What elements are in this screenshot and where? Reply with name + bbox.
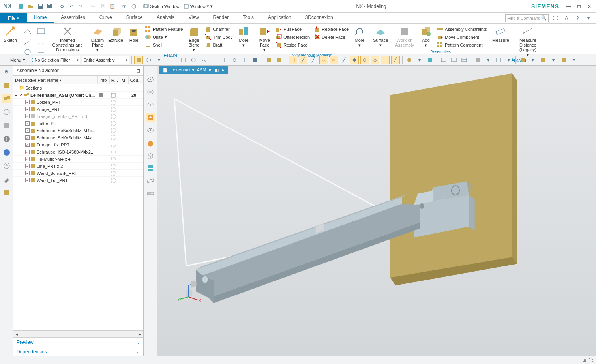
replace-face-button[interactable]: Replace Face (312, 25, 350, 33)
tree-row[interactable]: ✓ Schraube_ISO-14580-M4x2... (13, 148, 143, 156)
rail-constraint-nav-icon[interactable] (2, 107, 11, 117)
pattern-component-button[interactable]: Pattern Component (435, 41, 488, 49)
tree-row[interactable]: ✓ Zunge_PRT (13, 106, 143, 113)
maximize-button[interactable]: ◻ (575, 3, 583, 10)
render-style-icon[interactable]: ▾ (504, 56, 513, 64)
snap-icon[interactable]: ╱ (391, 56, 400, 64)
toolbar-icon[interactable] (539, 56, 547, 64)
menu-button[interactable]: ☰ Menu ▾ (2, 56, 28, 64)
toolbar-icon[interactable]: ▾ (529, 56, 537, 64)
checkbox[interactable]: ✓ (25, 121, 30, 126)
datum-plane-button[interactable]: Datum Plane▾ (89, 24, 106, 53)
tab-home[interactable]: Home (27, 13, 54, 23)
checkbox[interactable]: ✓ (25, 135, 30, 140)
checkbox[interactable]: ✓ (25, 164, 30, 168)
fullscreen-icon[interactable]: ⛶ (551, 14, 560, 23)
cut-icon[interactable]: ✂ (89, 2, 97, 11)
checkbox[interactable]: ✓ (25, 150, 30, 154)
tree-row[interactable]: ✓ Bolzen_PRT (13, 99, 143, 106)
measure-rail-icon[interactable] (146, 176, 155, 186)
help-icon[interactable]: ? (573, 14, 582, 23)
rail-web-icon[interactable] (2, 148, 11, 157)
visibility-icon[interactable]: 👁 (120, 2, 129, 11)
toolbar-icon[interactable]: ▾ (570, 56, 578, 64)
filter-icon-2[interactable] (144, 56, 153, 64)
orient-icon[interactable] (146, 113, 155, 122)
dependencies-section[interactable]: Dependencies⌄ (13, 347, 143, 356)
snap-center-icon[interactable]: ⊙ (360, 56, 369, 64)
render-style-icon[interactable]: ▾ (484, 56, 493, 64)
tab-tools[interactable]: Tools (236, 13, 261, 23)
collapse-ribbon-icon[interactable]: ᐱ (562, 14, 571, 23)
tree-row[interactable]: ✓ Hu-Mutter-M4 x 4 (13, 156, 143, 163)
rail-roles-icon[interactable] (2, 188, 11, 197)
tree-row[interactable]: ✓ Wand_Tür_PRT (13, 177, 143, 184)
navigator-tree[interactable]: 📁Sections –✓Leinenhalter_ASM (Order: Ch.… (13, 84, 143, 330)
checkbox[interactable]: ✓ (25, 157, 30, 161)
surface-button[interactable]: Surface▾ (372, 24, 389, 48)
toolbar-icon[interactable] (405, 56, 414, 64)
extrude-button[interactable]: Extrude (107, 24, 124, 43)
toolbar-icon[interactable]: ⊙ (230, 56, 239, 64)
rail-tools-icon[interactable] (2, 174, 11, 184)
toolbar-icon[interactable] (169, 56, 177, 64)
new-icon[interactable] (17, 2, 26, 11)
tab-application[interactable]: Application (261, 13, 298, 23)
close-button[interactable]: ✕ (586, 3, 593, 10)
minimize-button[interactable]: — (565, 3, 572, 10)
preview-section[interactable]: Preview⌄ (13, 337, 143, 347)
tree-row[interactable]: ✓ Schraube_SeKoSchlitz_M4x... (13, 127, 143, 134)
toolbar-icon[interactable]: ▾ (415, 56, 424, 64)
checkbox[interactable]: ✓ (25, 100, 30, 104)
move-component-button[interactable]: Move Component (435, 33, 488, 41)
snap-icon[interactable]: ✱ (350, 56, 359, 64)
save-all-icon[interactable] (45, 2, 54, 11)
toolbar-icon[interactable] (518, 56, 527, 64)
offset-region-button[interactable]: Offset Region (274, 33, 311, 41)
display-icon[interactable] (439, 56, 448, 64)
inferred-constraints-button[interactable]: Inferred Constraints and Dimensions (50, 24, 85, 53)
render-style-icon[interactable] (494, 56, 503, 64)
toolbar-icon[interactable] (240, 56, 249, 64)
toolbar-icon[interactable] (559, 56, 568, 64)
selection-scope-combo[interactable]: Entire Assembly (82, 56, 129, 64)
tab-curve[interactable]: Curve (92, 13, 119, 23)
snap-end-icon[interactable]: ╱ (299, 56, 307, 64)
snap-icon[interactable]: ╱ (340, 56, 349, 64)
display-icon[interactable] (450, 56, 458, 64)
snap-icon[interactable] (319, 56, 328, 64)
file-tab[interactable]: File ▾ (0, 13, 27, 23)
circle-tool[interactable] (21, 48, 34, 56)
unite-button[interactable]: Unite ▾ (143, 33, 184, 41)
tree-row[interactable]: ✓ Halter_PRT (13, 120, 143, 127)
status-icon[interactable]: ⊞ (583, 358, 586, 363)
tree-row[interactable]: ✓ Schraube_SeKoSchlitz_M4x... (13, 134, 143, 141)
pull-face-button[interactable]: Pull Face (274, 25, 311, 33)
col-r[interactable]: R... (110, 76, 120, 84)
show-hide-icon[interactable] (146, 126, 155, 135)
snap-quad-icon[interactable]: ◇ (371, 56, 379, 64)
window-dropdown[interactable]: Window ▾ ▾ (182, 4, 214, 9)
col-name[interactable]: Descriptive Part Name ▴ (13, 76, 98, 84)
ribbon-dropdown-icon[interactable]: ▾ (584, 14, 593, 23)
snap-icon[interactable] (289, 56, 297, 64)
feature-more-button[interactable]: More▾ (235, 24, 252, 48)
edge-blend-button[interactable]: Edge Blend▾ (185, 24, 202, 53)
hole-button[interactable]: Hole (125, 24, 142, 43)
rail-asm-nav-icon[interactable] (2, 94, 11, 103)
assembly-constraints-button[interactable]: Assembly Constraints (435, 25, 488, 33)
pattern-feature-button[interactable]: Pattern Feature (143, 25, 184, 33)
redo-icon[interactable]: ↷ (77, 2, 85, 11)
sync-more-button[interactable]: More▾ (351, 24, 368, 48)
rail-part-nav-icon[interactable] (2, 81, 11, 90)
navigator-undock-icon[interactable]: ◻ (136, 68, 140, 73)
arc-tool[interactable] (35, 37, 47, 47)
shell-button[interactable]: Shell (143, 41, 184, 49)
render-wire-icon[interactable] (146, 151, 155, 160)
rail-history-icon[interactable] (2, 161, 11, 171)
tree-row[interactable]: ✓ Traeger_drehbar_PRT x 3 (13, 113, 143, 120)
measure-button[interactable]: Measure (492, 24, 509, 43)
toolbar-icon[interactable]: ▾ (549, 56, 558, 64)
col-m[interactable]: M (120, 76, 129, 84)
snap-mid-icon[interactable]: ╱ (309, 56, 318, 64)
